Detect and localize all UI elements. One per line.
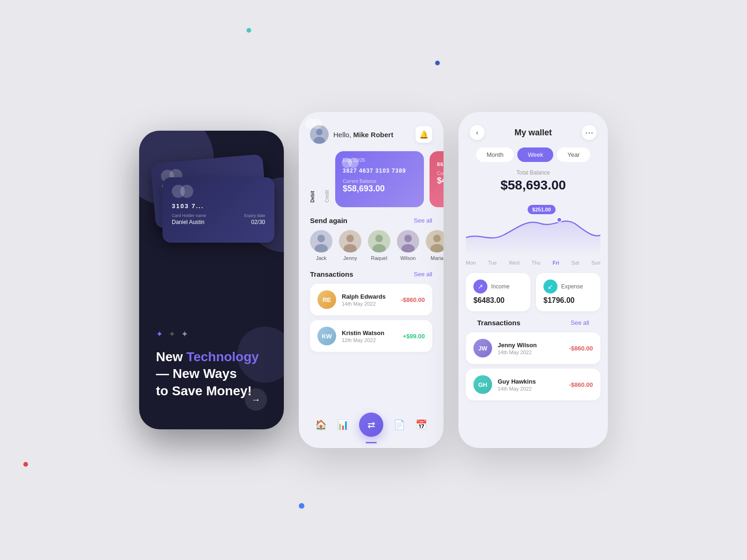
arrow-button[interactable]: → <box>245 388 267 411</box>
credit-balance-label: Current <box>437 171 444 176</box>
chart-area: $251.00 <box>466 200 600 256</box>
wallet-transactions: Transactions See all JW Jenny Wilson 14t… <box>458 319 608 448</box>
wallet-tx-amount-guy: -$860.00 <box>569 381 593 388</box>
expense-label: Expense <box>561 283 583 290</box>
credit-card[interactable]: 8643 4 Current $42 <box>430 151 444 207</box>
day-wed: Wed <box>509 260 519 266</box>
tx-name-ralph: Ralph Edwards <box>342 293 395 300</box>
wallet-tx-info-guy: Guy Hawkins 14th May 2022 <box>498 378 564 392</box>
logo-circle-2 <box>348 158 359 168</box>
card-type-labels: Debit Credit <box>310 151 330 207</box>
phone-dark: Mastercard 3827 4637 3103 7 3103 7... Ca… <box>139 131 284 429</box>
expiry-label: Expiry date <box>244 213 265 218</box>
chart-tooltip: $251.00 <box>528 205 556 214</box>
svg-point-18 <box>557 217 562 222</box>
headline-highlight: Technology <box>186 350 259 364</box>
wallet-tx-info-jenny: Jenny Wilson 14th May 2022 <box>498 342 564 355</box>
income-icon: ↗ <box>473 280 487 294</box>
wallet-avatar-gh: GH <box>473 375 492 394</box>
contact-avatar-jack <box>310 230 332 252</box>
greeting: Hello, Mike Robert <box>333 131 393 139</box>
tx-ralph[interactable]: RE Ralph Edwards 14th May 2022 -$860.00 <box>310 284 432 315</box>
period-month[interactable]: Month <box>476 147 514 162</box>
contact-avatar-jenny <box>339 230 361 252</box>
nav-doc-icon[interactable]: 📄 <box>394 419 405 430</box>
dot-red <box>23 462 28 467</box>
holder-name: Daniel Austin <box>172 219 206 225</box>
nav-chart-icon[interactable]: 📊 <box>337 419 349 430</box>
dot-teal <box>247 28 251 33</box>
day-labels: Mon Tue Wed Thu Fri Sat Sun <box>458 260 608 266</box>
income-header: ↗ Income <box>473 280 523 294</box>
phone-middle: Hello, Mike Robert 🔔 Debit Credit Exp. 1… <box>299 112 444 448</box>
day-tue: Tue <box>488 260 497 266</box>
holder-label: Card Holder name <box>172 213 206 218</box>
expense-header: ↙ Expense <box>543 280 593 294</box>
tx-info-kristin: Kristin Watson 12th May 2022 <box>342 329 397 343</box>
balance-label: Current Balance <box>343 179 416 184</box>
stats-row: ↗ Income $6483.00 ↙ Expense $1796.00 <box>458 273 608 311</box>
transactions-header: Transactions See all <box>299 270 444 278</box>
contact-avatar-raquel <box>368 230 390 252</box>
nav-home-icon[interactable]: 🏠 <box>315 419 327 430</box>
period-week[interactable]: Week <box>517 147 553 162</box>
contact-name-jack: Jack <box>316 255 327 261</box>
tx-kristin[interactable]: KW Kristin Watson 12th May 2022 +$99.00 <box>310 320 432 352</box>
wallet-tx-guy[interactable]: GH Guy Hawkins 14th May 2022 -$860.00 <box>466 369 600 400</box>
nav-indicator <box>366 442 377 443</box>
bottom-nav: 🏠 📊 ⇄ 📄 📅 <box>299 406 444 448</box>
contact-avatar-wilson <box>397 230 419 252</box>
tx-initials-re: RE <box>317 290 336 309</box>
expiry-value: 02/30 <box>244 219 265 225</box>
wallet-header: ‹ My wallet ⋯ <box>458 112 608 147</box>
card-logo <box>342 158 359 168</box>
back-button[interactable]: ‹ <box>470 125 485 140</box>
balance-section: Total Balance $58,693.00 <box>458 169 608 193</box>
card-front: 3103 7... Card Holder name Daniel Austin… <box>162 177 275 243</box>
debit-card[interactable]: Exp. 10/26 3827 4637 3103 7389 Current B… <box>335 151 424 207</box>
more-button[interactable]: ⋯ <box>582 125 597 140</box>
expense-icon: ↙ <box>543 280 557 294</box>
wallet-tx-date-jenny: 14th May 2022 <box>498 350 564 355</box>
wallet-tx-date-guy: 14th May 2022 <box>498 386 564 392</box>
tx-name-kristin: Kristin Watson <box>342 329 397 336</box>
contact-name-raquel: Raquel <box>371 255 388 261</box>
contact-raquel[interactable]: Raquel <box>368 230 390 261</box>
send-again-see-all[interactable]: See all <box>414 217 432 224</box>
wallet-tx-jenny[interactable]: JW Jenny Wilson 14th May 2022 -$860.00 <box>466 332 600 364</box>
nav-calendar-icon[interactable]: 📅 <box>416 419 427 430</box>
credit-number: 8643 4 <box>437 161 444 167</box>
send-again-header: Send again See all <box>299 217 444 224</box>
contact-maria[interactable]: Maria <box>426 230 444 261</box>
send-again-title: Send again <box>310 217 347 224</box>
svg-point-4 <box>317 235 325 242</box>
transactions-see-all[interactable]: See all <box>414 271 432 278</box>
contact-wilson[interactable]: Wilson <box>397 230 419 261</box>
contact-jenny[interactable]: Jenny <box>339 230 361 261</box>
day-fri: Fri <box>553 260 559 266</box>
credit-label: Credit <box>324 151 330 203</box>
wallet-avatar-jw: JW <box>473 339 492 357</box>
card-number-front: 3103 7... <box>172 203 265 210</box>
wallet-tx-see-all[interactable]: See all <box>571 319 589 326</box>
nav-center-button[interactable]: ⇄ <box>359 413 383 437</box>
income-amount: $6483.00 <box>473 296 523 305</box>
star-purple-2: ✦ <box>181 329 188 339</box>
credit-balance: $42 <box>437 176 444 186</box>
svg-point-1 <box>316 129 323 135</box>
day-mon: Mon <box>466 260 476 266</box>
middle-header: Hello, Mike Robert 🔔 <box>299 112 444 151</box>
contact-name-wilson: Wilson <box>400 255 416 261</box>
tx-info-ralph: Ralph Edwards 14th May 2022 <box>342 293 395 307</box>
balance-amount: $58,693.00 <box>458 178 608 193</box>
tx-amount-kristin: +$99.00 <box>403 333 425 340</box>
contact-jack[interactable]: Jack <box>310 230 332 261</box>
wallet-tx-name-guy: Guy Hawkins <box>498 378 564 385</box>
notification-bell[interactable]: 🔔 <box>416 126 432 143</box>
card-section: Debit Credit Exp. 10/26 3827 4637 3103 7… <box>299 151 444 207</box>
star-gray-1: ✦ <box>169 329 176 339</box>
contact-name-jenny: Jenny <box>343 255 357 261</box>
period-year[interactable]: Year <box>557 147 590 162</box>
income-label: Income <box>491 283 509 290</box>
decorative-stars: ✦ ✦ ✦ <box>156 329 267 339</box>
